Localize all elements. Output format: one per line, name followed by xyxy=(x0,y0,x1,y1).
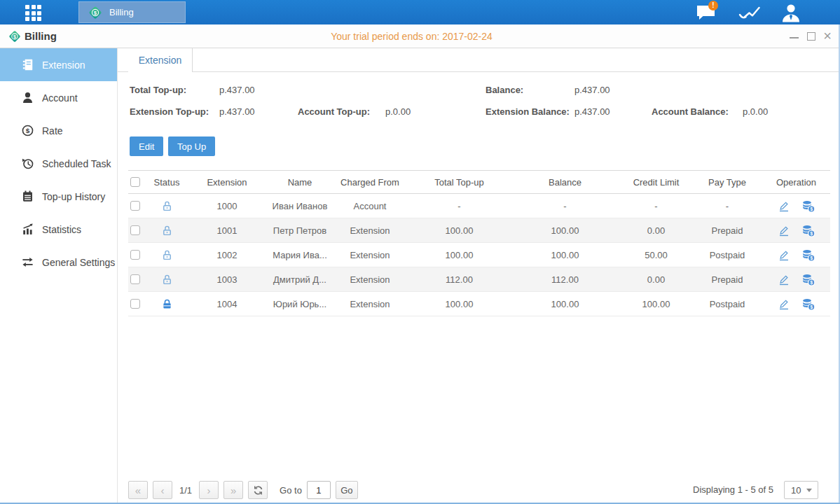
cell-extension: 1000 xyxy=(186,201,268,211)
svg-text:$: $ xyxy=(810,206,813,211)
first-page-button[interactable]: « xyxy=(128,481,148,499)
cell-name: Дмитрий Д... xyxy=(268,274,331,285)
row-checkbox[interactable] xyxy=(130,274,140,284)
col-credit-limit: Credit Limit xyxy=(620,177,692,188)
sidebar-item-rate[interactable]: $ Rate xyxy=(0,114,117,147)
edit-icon[interactable] xyxy=(777,248,790,262)
edit-icon[interactable] xyxy=(777,200,790,213)
edit-icon[interactable] xyxy=(777,224,790,237)
ledger-icon xyxy=(21,58,34,71)
svg-text:$: $ xyxy=(810,279,813,285)
row-checkbox[interactable] xyxy=(130,225,140,235)
page-size-value: 10 xyxy=(791,485,801,496)
page-size-select[interactable]: 10 xyxy=(784,481,818,499)
svg-text:$: $ xyxy=(94,9,97,15)
billing-diamond-dollar-icon: $ xyxy=(8,29,22,43)
cell-credit-limit: 100.00 xyxy=(620,299,692,309)
lock-closed-icon xyxy=(161,298,173,310)
tab-strip: Extension xyxy=(118,48,840,72)
person-icon xyxy=(21,91,34,104)
extension-balance-value: p.437.00 xyxy=(574,106,610,117)
user-account-icon[interactable] xyxy=(780,3,802,25)
sidebar-item-topup-history[interactable]: Top-up History xyxy=(0,180,117,213)
chevron-down-icon xyxy=(806,489,812,492)
minimize-button[interactable] xyxy=(790,24,799,48)
lock-open-icon xyxy=(161,225,173,237)
svg-text:$: $ xyxy=(810,304,813,309)
goto-label: Go to xyxy=(280,485,302,496)
col-pay-type: Pay Type xyxy=(692,177,762,188)
topup-money-icon[interactable]: $ xyxy=(801,298,815,311)
total-topup-value: p.437.00 xyxy=(219,85,255,95)
dollar-circle-icon: $ xyxy=(21,124,34,137)
cell-credit-limit: 0.00 xyxy=(620,225,692,236)
sidebar-item-scheduled-task[interactable]: Scheduled Task xyxy=(0,147,117,180)
sidebar-item-extension[interactable]: Extension xyxy=(0,48,117,81)
prev-page-button[interactable]: ‹ xyxy=(153,481,172,499)
sidebar-item-account[interactable]: Account xyxy=(0,81,117,114)
lock-open-icon xyxy=(161,274,173,286)
topup-money-icon[interactable]: $ xyxy=(801,248,815,262)
cell-total-topup: 112.00 xyxy=(408,274,510,285)
cell-pay-type: - xyxy=(692,201,762,211)
topup-money-icon[interactable]: $ xyxy=(801,224,815,237)
topup-money-icon[interactable]: $ xyxy=(801,273,815,286)
table-row: 1004Юрий Юрь...Extension100.00100.00100.… xyxy=(128,292,830,316)
open-app-tab-billing[interactable]: $ Billing xyxy=(78,1,186,23)
row-checkbox[interactable] xyxy=(130,201,140,211)
maximize-button[interactable] xyxy=(806,24,816,48)
extension-topup-value: p.437.00 xyxy=(219,106,255,117)
window-title: Billing xyxy=(25,24,57,48)
sidebar-item-general-settings[interactable]: General Settings xyxy=(0,246,117,279)
cell-balance: 100.00 xyxy=(510,250,620,260)
cell-name: Юрий Юрь... xyxy=(268,299,331,309)
sidebar-item-label: Statistics xyxy=(42,224,81,235)
cell-charged-from: Extension xyxy=(331,225,408,236)
col-total-topup: Total Top-up xyxy=(408,177,510,188)
app-menu-grid-icon[interactable] xyxy=(25,5,48,20)
edit-icon[interactable] xyxy=(777,298,790,311)
cell-credit-limit: - xyxy=(620,201,692,211)
cell-pay-type: Prepaid xyxy=(692,225,762,236)
line-chart-icon[interactable] xyxy=(738,5,760,24)
col-balance: Balance xyxy=(510,177,620,188)
top-up-button[interactable]: Top Up xyxy=(168,136,215,156)
next-page-button[interactable]: › xyxy=(199,481,219,499)
col-status: Status xyxy=(148,177,186,188)
col-charged-from: Charged From xyxy=(331,177,408,188)
row-checkbox[interactable] xyxy=(130,299,140,309)
svg-text:$: $ xyxy=(810,255,813,260)
select-all-checkbox[interactable] xyxy=(130,177,140,187)
cell-total-topup: 100.00 xyxy=(408,225,510,236)
window-title-bar: $ Billing Your trial period ends on: 201… xyxy=(0,24,840,48)
svg-text:$: $ xyxy=(26,127,30,134)
billing-diamond-dollar-icon: $ xyxy=(88,5,103,20)
page-indicator: 1/1 xyxy=(179,485,192,496)
cell-pay-type: Postpaid xyxy=(692,299,762,309)
sidebar-item-statistics[interactable]: Statistics xyxy=(0,213,117,246)
cell-total-topup: 100.00 xyxy=(408,250,510,260)
tab-extension[interactable]: Extension xyxy=(128,48,193,72)
refresh-button[interactable] xyxy=(248,481,268,499)
account-topup-value: p.0.00 xyxy=(385,106,411,117)
notebook-icon xyxy=(21,190,34,203)
cell-name: Мария Ива... xyxy=(268,250,331,260)
pagination-bar: « ‹ 1/1 › » Go to Go xyxy=(128,480,358,500)
goto-page-input[interactable] xyxy=(307,481,331,499)
cell-balance: 100.00 xyxy=(510,225,620,236)
cell-charged-from: Extension xyxy=(331,274,408,285)
sidebar: Extension Account $ Rate Scheduled T xyxy=(0,48,118,504)
edit-button[interactable]: Edit xyxy=(130,136,163,156)
clock-history-icon xyxy=(21,157,34,170)
svg-text:$: $ xyxy=(810,230,813,236)
go-button[interactable]: Go xyxy=(336,481,358,499)
topup-money-icon[interactable]: $ xyxy=(801,200,815,213)
close-button[interactable]: × xyxy=(822,24,833,48)
sidebar-item-label: Scheduled Task xyxy=(42,158,111,169)
edit-icon[interactable] xyxy=(777,273,790,286)
trial-notice: Your trial period ends on: 2017-02-24 xyxy=(331,24,493,48)
app-tab-label: Billing xyxy=(109,7,134,18)
extension-table: Status Extension Name Charged From Total… xyxy=(128,170,830,316)
row-checkbox[interactable] xyxy=(130,250,140,260)
last-page-button[interactable]: » xyxy=(223,481,243,499)
